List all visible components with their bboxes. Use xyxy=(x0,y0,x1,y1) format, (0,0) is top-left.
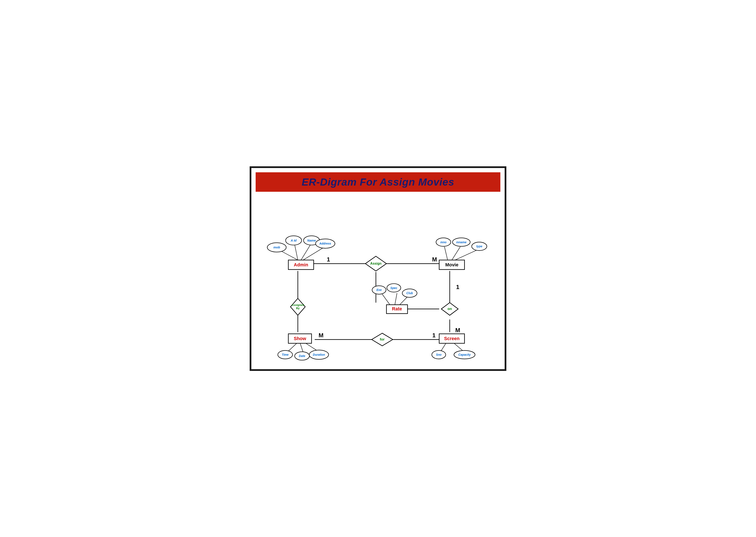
svg-text:for: for xyxy=(380,337,385,341)
svg-text:on: on xyxy=(448,307,452,311)
svg-text:Spec: Spec xyxy=(390,286,397,289)
svg-line-22 xyxy=(382,294,391,306)
svg-text:1: 1 xyxy=(432,332,435,339)
svg-text:Time: Time xyxy=(282,353,289,356)
svg-text:Address: Address xyxy=(319,242,332,245)
svg-line-18 xyxy=(300,343,303,352)
svg-line-14 xyxy=(445,247,448,260)
svg-text:Capacity: Capacity xyxy=(459,353,471,356)
svg-text:mno: mno xyxy=(440,240,446,244)
svg-line-16 xyxy=(455,250,477,260)
svg-text:Club: Club xyxy=(406,292,413,295)
svg-line-13 xyxy=(303,248,323,260)
svg-text:Assigned: Assigned xyxy=(291,303,304,307)
svg-text:A Id: A Id xyxy=(290,238,297,242)
svg-text:M: M xyxy=(455,327,460,333)
svg-text:Show: Show xyxy=(294,336,306,341)
svg-text:M: M xyxy=(319,332,324,339)
svg-text:Date: Date xyxy=(299,354,305,358)
page-title: ER-Digram For Assign Movies xyxy=(260,176,496,188)
svg-text:1: 1 xyxy=(327,256,330,263)
svg-line-12 xyxy=(301,245,310,260)
svg-text:Rate: Rate xyxy=(392,306,402,311)
svg-text:Duration: Duration xyxy=(313,353,325,356)
svg-text:Assign: Assign xyxy=(370,262,381,265)
diagram-area: Admin Movie Show Screen Rate Assign Assi… xyxy=(256,198,500,365)
svg-line-23 xyxy=(395,293,397,305)
svg-text:1: 1 xyxy=(456,283,459,290)
svg-text:M: M xyxy=(432,256,437,263)
svg-line-11 xyxy=(294,245,298,260)
svg-text:Admin: Admin xyxy=(294,262,308,267)
svg-text:Exe: Exe xyxy=(377,288,382,292)
svg-text:Sno: Sno xyxy=(436,353,442,356)
svg-text:type: type xyxy=(476,245,482,248)
svg-text:mob: mob xyxy=(273,246,280,249)
svg-text:Screen: Screen xyxy=(444,336,460,341)
title-bar: ER-Digram For Assign Movies xyxy=(256,172,500,192)
svg-text:mname: mname xyxy=(456,240,467,244)
svg-line-10 xyxy=(281,251,298,260)
outer-border: ER-Digram For Assign Movies xyxy=(250,166,506,371)
svg-text:Movie: Movie xyxy=(445,262,458,267)
svg-text:By: By xyxy=(296,307,300,310)
svg-text:Name: Name xyxy=(307,238,316,242)
